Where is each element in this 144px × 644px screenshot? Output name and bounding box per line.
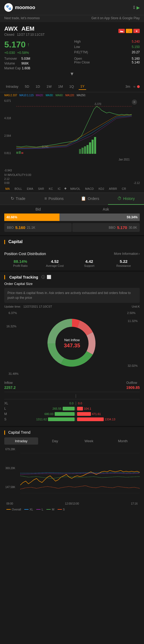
legend-color-s — [58, 509, 62, 510]
resistance-label: Resistance — [107, 264, 140, 267]
trend-tab-day[interactable]: Day — [38, 437, 72, 445]
tab-1m[interactable]: 1M — [57, 83, 65, 90]
share-icon[interactable]: ⬜ — [47, 275, 51, 280]
indicator-cr[interactable]: CR — [121, 187, 127, 191]
chart-line-icon[interactable]: ≈ — [133, 84, 135, 89]
outflow-value: 1909.85 — [126, 385, 140, 390]
capital-tracking: Capital Tracking ⓘ ⬜ Order Capital Size … — [0, 272, 144, 426]
trend-chart: 679.28K 369.20K 147.58K — [4, 448, 140, 501]
l-inflow-bar — [63, 407, 75, 410]
expand-button[interactable]: ▼ — [4, 70, 140, 78]
indicator-boll[interactable]: BOLL — [14, 187, 23, 191]
trend-title: Capital Trend — [4, 430, 140, 435]
open-row: Open 5.160 — [74, 57, 140, 61]
donut-svg: Net Inflow 347.35 — [40, 311, 104, 375]
label-32pct: 32.02% — [128, 364, 138, 367]
app-header: 🐾 moomoo  ▶ — [0, 0, 144, 15]
chevron-right-icon: › — [139, 252, 140, 256]
bbo-bid-label: BBO — [7, 226, 14, 230]
val-zero: 0:00 — [4, 182, 9, 184]
indicator-sar[interactable]: SAR — [37, 187, 45, 191]
y-bot: 147.58K — [5, 486, 19, 489]
support-label: Support — [73, 264, 105, 267]
tracking-icons: ⓘ ⬜ — [41, 275, 51, 280]
trade-icon: ↻ — [11, 196, 14, 201]
trend-tab-intraday[interactable]: Intraday — [4, 437, 38, 445]
s-inflow-bar — [48, 417, 75, 421]
tab-1q[interactable]: 1Q — [68, 83, 75, 90]
inflow-summary: Inflow 2257.2 — [4, 380, 16, 390]
resistance-value: 5.22 — [107, 259, 140, 264]
bid-header: Bid — [4, 207, 72, 211]
indicator-macd[interactable]: MACD — [84, 187, 95, 191]
turnover-row: Turnover 5.03M — [4, 57, 70, 61]
app-subtitle: Next trade, let's moomoo Get it on App S… — [0, 15, 144, 22]
legend-l: L — [36, 508, 43, 511]
store-icons:  ▶ — [133, 5, 140, 10]
trend-tab-week[interactable]: Week — [72, 437, 106, 445]
tab-intraday[interactable]: Intraday — [4, 83, 20, 90]
bid-cell: BBO 5.160 21.1K — [4, 223, 72, 232]
ask-pct-bar: 59.34% — [59, 214, 140, 221]
y-top: 679.28K — [5, 448, 19, 451]
indicator-ema[interactable]: EMA — [26, 187, 34, 191]
info-icon[interactable]: ⓘ — [41, 275, 45, 280]
outflow-summary: Outflow 1909.85 — [126, 380, 140, 390]
action-tabs: ↻ Trade ≡ Positions 📋 Orders ⏱ History — [0, 193, 144, 205]
app-name: moomoo — [15, 5, 35, 10]
tab-trade[interactable]: ↻ Trade — [0, 193, 36, 205]
indicator-ma[interactable]: MA — [4, 187, 11, 191]
indicator-kc[interactable]: KC — [48, 187, 54, 191]
chart-axis-labels: 0:00 -2.12 — [4, 182, 140, 184]
orange-bar-capital — [4, 240, 5, 244]
trend-plot — [20, 448, 140, 500]
capital-title: Capital — [4, 239, 140, 244]
m-inflow-bar — [55, 412, 75, 416]
positions-label: Positions — [49, 196, 64, 201]
svg-text:-5.370: -5.370 — [94, 103, 101, 106]
stock-header: AWX AEM Closed 12/27 17:10:11CST 🇸🇬 🏃 ★ — [4, 25, 140, 37]
indicator-arbr[interactable]: ARBR — [108, 187, 118, 191]
indicator-mavol[interactable]: MAVOL — [69, 187, 81, 191]
stock-chart[interactable]: 6.071 4.318 2.564 0.811 -0.943 — [0, 98, 144, 173]
history-icon: ⏱ — [117, 196, 122, 201]
tab-1d[interactable]: 1D — [34, 83, 42, 90]
position-cost-header: Position Cost Distribution More Informat… — [4, 252, 140, 256]
val-neg: -2.12 — [134, 182, 140, 184]
xl-divider — [76, 401, 76, 405]
trend-tab-month[interactable]: Month — [106, 437, 140, 445]
bid-ask-prices: BBO 5.160 21.1K BBO 5.170 30.8K — [4, 223, 140, 232]
x-mid: 12:00/13:00 — [65, 502, 79, 505]
imvol-label: IV IMVOLATILITY:0.00 2.12 0:00 -2.12 — [0, 173, 144, 185]
ma20-legend: MA20: — [36, 94, 43, 97]
label-6pct: 6.37% — [9, 311, 17, 315]
legend-overall: Overall — [6, 508, 21, 511]
tab-1y[interactable]: 1Y — [79, 83, 86, 90]
tab-5d[interactable]: 5D — [23, 83, 31, 90]
chart-settings-icon[interactable]: ⚙ — [132, 99, 137, 105]
price-stats: Turnover 5.03M Volume 968K Market Cap 1.… — [4, 57, 70, 70]
chart-val-2: 4.318 — [4, 117, 16, 120]
flow-header-row — [4, 394, 140, 399]
app-tagline: Next trade, let's moomoo — [4, 16, 40, 20]
legend-color-overall — [6, 509, 11, 510]
tab-3m[interactable]: 3m — [124, 83, 132, 90]
chart-zero-labels: 2.12 — [4, 176, 140, 182]
inflow-value: 2257.2 — [4, 385, 16, 390]
price-change-abs: +0.030 — [4, 51, 15, 55]
tab-1w[interactable]: 1W — [45, 83, 53, 90]
bid-ask-header: Bid Ask — [0, 205, 144, 214]
google-play-icon: ▶ — [137, 5, 140, 10]
legend-color-m — [46, 509, 51, 510]
tab-history[interactable]: ⏱ History — [108, 193, 144, 205]
support-stat: 4.42 Support — [73, 259, 105, 267]
more-info-btn[interactable]: More Information › — [114, 252, 140, 256]
indicator-kdj[interactable]: KDJ — [97, 187, 105, 191]
tab-orders[interactable]: 📋 Orders — [72, 193, 108, 205]
ma-legend: MA5:2.337 MA10:1.115 MA20: MA30: MA60: M… — [0, 92, 144, 98]
x-start: 09:00 — [6, 502, 13, 505]
indicator-ic[interactable]: IC — [57, 187, 62, 191]
y-mid: 369.20K — [5, 467, 19, 470]
tab-positions[interactable]: ≡ Positions — [36, 193, 72, 205]
svg-text:Net Inflow: Net Inflow — [64, 338, 80, 342]
